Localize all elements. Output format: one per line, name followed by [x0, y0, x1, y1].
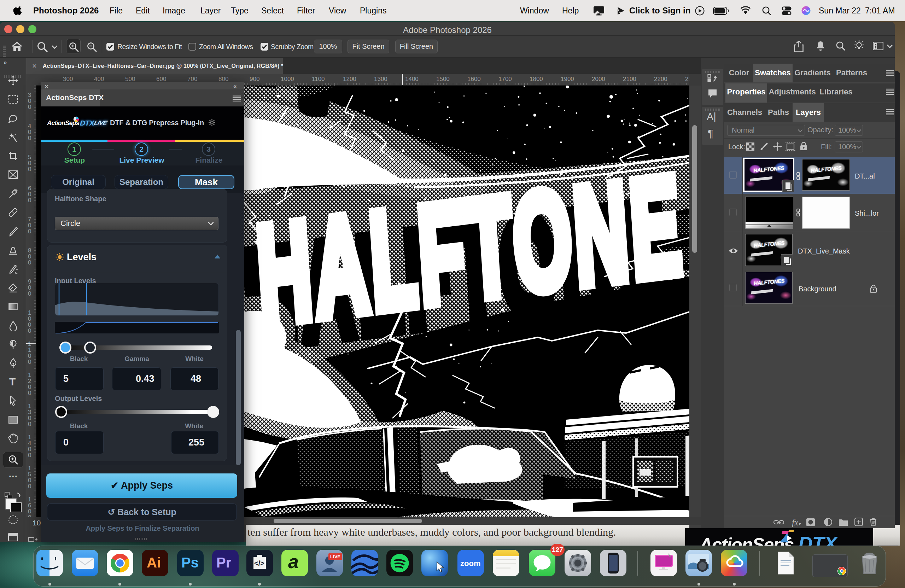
svg-text:</>: </>	[254, 559, 264, 567]
